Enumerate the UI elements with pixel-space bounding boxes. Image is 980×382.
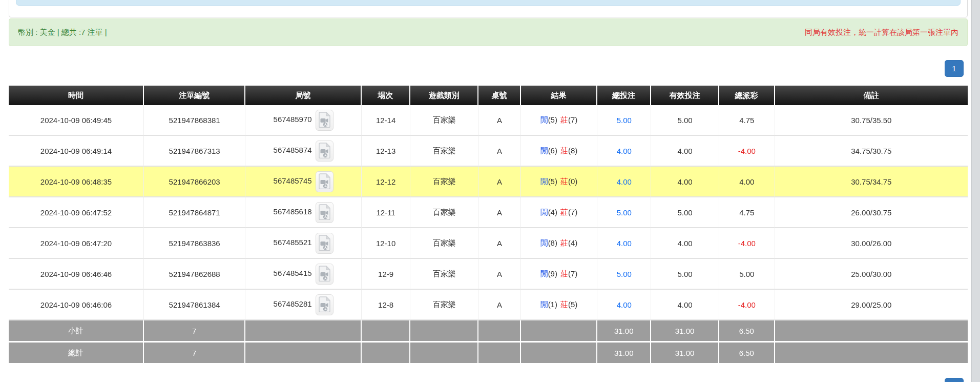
- total-bet-link[interactable]: 4.00: [597, 136, 651, 167]
- valid-bet-cell: 4.00: [651, 167, 719, 197]
- video-replay-icon: [318, 235, 331, 251]
- video-replay-button[interactable]: [316, 264, 333, 285]
- round-number: 567485521: [274, 238, 312, 247]
- game-type-cell: 百家樂: [410, 105, 478, 136]
- table-no-cell: A: [478, 136, 520, 167]
- empty-cell: [245, 320, 362, 343]
- round-number: 567485281: [274, 299, 312, 308]
- empty-cell: [362, 343, 410, 365]
- bet-id-cell: 521947861384: [144, 290, 245, 320]
- video-replay-button[interactable]: [316, 233, 333, 254]
- time-cell: 2024-10-09 06:46:06: [9, 290, 144, 320]
- pagination-bottom: 1: [945, 378, 964, 382]
- empty-cell: [478, 343, 520, 365]
- video-replay-button[interactable]: [316, 140, 333, 162]
- result-cell: 閒(9)莊(7): [521, 259, 598, 290]
- time-cell: 2024-10-09 06:48:35: [9, 167, 144, 197]
- subtotal-payout: 6.50: [719, 320, 775, 343]
- header-time: 時間: [9, 86, 144, 105]
- subtotal-label: 小計: [9, 320, 144, 343]
- player-score: (5): [548, 177, 557, 186]
- round-cell: 567485415: [245, 259, 362, 290]
- total-bet-link[interactable]: 4.00: [597, 167, 651, 197]
- page-1-button-bottom[interactable]: 1: [945, 378, 964, 382]
- time-cell: 2024-10-09 06:47:20: [9, 228, 144, 259]
- empty-cell: [775, 343, 968, 365]
- player-result-label: 閒: [540, 146, 548, 155]
- game-type-cell: 百家樂: [410, 290, 478, 320]
- table-footer: 小計 7 31.00 31.00 6.50 總計 7 31.0: [9, 320, 968, 365]
- video-replay-button[interactable]: [316, 171, 333, 192]
- game-type-cell: 百家樂: [410, 167, 478, 197]
- total-label: 總計: [9, 343, 144, 365]
- banker-score: (8): [568, 146, 577, 155]
- remark-cell: 30.00/26.00: [775, 228, 968, 259]
- game-type-cell: 百家樂: [410, 136, 478, 167]
- round-cell: 567485521: [245, 228, 362, 259]
- video-replay-button[interactable]: [316, 294, 333, 315]
- banker-result-label: 莊: [560, 177, 568, 186]
- round-number: 567485618: [274, 207, 312, 216]
- empty-cell: [521, 343, 598, 365]
- valid-bet-cell: 5.00: [651, 197, 719, 228]
- total-bet-link[interactable]: 4.00: [597, 290, 651, 320]
- currency-summary-text: 幣別 : 美金 | 總共 :7 注單 |: [18, 28, 107, 37]
- remark-cell: 30.75/35.50: [775, 105, 968, 136]
- banker-score: (4): [568, 238, 577, 247]
- collapsed-filter-bar[interactable]: [16, 0, 961, 6]
- bet-id-cell: 521947866203: [144, 167, 245, 197]
- result-cell: 閒(4)莊(7): [521, 197, 598, 228]
- bet-id-cell: 521947868381: [144, 105, 245, 136]
- banker-result-label: 莊: [560, 238, 568, 247]
- total-payout: 6.50: [719, 343, 775, 365]
- banker-result-label: 莊: [560, 115, 568, 124]
- player-result-label: 閒: [540, 269, 548, 278]
- total-bet-link[interactable]: 5.00: [597, 197, 651, 228]
- time-cell: 2024-10-09 06:49:14: [9, 136, 144, 167]
- pagination-top: 1: [945, 60, 964, 77]
- table-no-cell: A: [478, 167, 520, 197]
- total-bet-link[interactable]: 5.00: [597, 105, 651, 136]
- round-cell: 567485618: [245, 197, 362, 228]
- total-bet-link[interactable]: 4.00: [597, 228, 651, 259]
- table-row: 2024-10-09 06:49:45 521947868381 5674859…: [9, 105, 968, 136]
- video-replay-button[interactable]: [316, 110, 333, 131]
- player-result-label: 閒: [540, 300, 548, 309]
- result-cell: 閒(8)莊(4): [521, 228, 598, 259]
- header-bet-id: 注單編號: [144, 86, 245, 105]
- remark-cell: 26.00/30.75: [775, 197, 968, 228]
- video-replay-icon: [318, 173, 331, 189]
- header-table-no: 桌號: [478, 86, 520, 105]
- header-payout: 總派彩: [719, 86, 775, 105]
- player-result-label: 閒: [540, 208, 548, 216]
- table-header: 時間 注單編號 局號 場次 遊戲類別 桌號 結果 總投注 有效投注 總派彩 備註: [9, 86, 968, 105]
- valid-bet-cell: 4.00: [651, 136, 719, 167]
- table-no-cell: A: [478, 259, 520, 290]
- total-bet-link[interactable]: 5.00: [597, 259, 651, 290]
- header-game-type: 遊戲類別: [410, 86, 478, 105]
- banker-score: (0): [568, 177, 577, 186]
- payout-cell: -4.00: [719, 290, 775, 320]
- page-1-button[interactable]: 1: [945, 60, 964, 77]
- session-cell: 12-9: [362, 259, 410, 290]
- payout-cell: 4.75: [719, 105, 775, 136]
- result-cell: 閒(6)莊(8): [521, 136, 598, 167]
- round-cell: 567485281: [245, 290, 362, 320]
- game-type-cell: 百家樂: [410, 259, 478, 290]
- empty-cell: [410, 320, 478, 343]
- vertical-scrollbar[interactable]: [971, 0, 980, 382]
- banker-score: (5): [568, 300, 577, 309]
- player-score: (8): [548, 238, 557, 247]
- table-no-cell: A: [478, 105, 520, 136]
- valid-bet-cell: 4.00: [651, 290, 719, 320]
- player-score: (5): [548, 115, 557, 124]
- video-replay-icon: [318, 204, 331, 220]
- settlement-notice-text: 同局有效投注，統一計算在該局第一張注單內: [805, 28, 958, 37]
- player-score: (1): [548, 300, 557, 309]
- banker-result-label: 莊: [560, 146, 568, 155]
- round-number: 567485970: [274, 115, 312, 124]
- round-cell: 567485970: [245, 105, 362, 136]
- time-cell: 2024-10-09 06:49:45: [9, 105, 144, 136]
- empty-cell: [245, 343, 362, 365]
- video-replay-button[interactable]: [316, 202, 333, 223]
